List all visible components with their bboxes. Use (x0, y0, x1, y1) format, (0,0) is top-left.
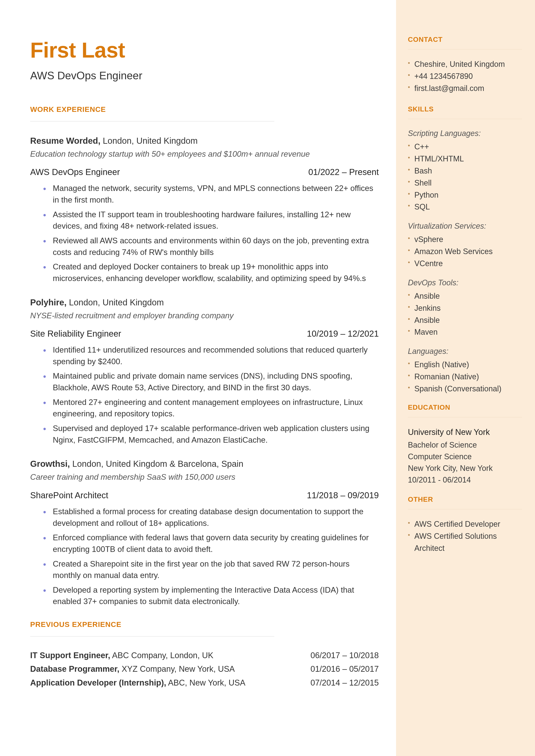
skill-item: Shell (408, 177, 522, 189)
divider (408, 49, 522, 49)
bullet-item: Mentored 27+ engineering and content man… (43, 397, 379, 420)
other-list: AWS Certified Developer AWS Certified So… (408, 518, 522, 554)
skill-group-label: DevOps Tools: (408, 277, 522, 288)
previous-line: IT Support Engineer, ABC Company, London… (30, 650, 379, 661)
previous-left: IT Support Engineer, ABC Company, London… (30, 650, 213, 661)
skill-group-label: Languages: (408, 346, 522, 357)
other-item: AWS Certified Developer (408, 518, 522, 530)
role-title: AWS DevOps Engineer (30, 166, 120, 178)
bullet-item: Maintained public and private domain nam… (43, 370, 379, 393)
company-location: London, United Kingdom (100, 136, 198, 146)
skill-item: Ansible (408, 314, 522, 326)
role-title: SharePoint Architect (30, 489, 108, 501)
other-heading: OTHER (408, 494, 522, 504)
resume-page: First Last AWS DevOps Engineer WORK EXPE… (0, 0, 535, 756)
previous-loc: XYZ Company, New York, USA (119, 664, 235, 673)
skill-item: VCentre (408, 258, 522, 269)
education-location: New York City, New York (408, 462, 522, 474)
bullet-item: Identified 11+ underutilized resources a… (43, 344, 379, 367)
skill-item: Jenkins (408, 302, 522, 314)
company-location: London, United Kingdom & Barcelona, Spai… (70, 459, 243, 468)
skill-item: Python (408, 189, 522, 201)
bullet-item: Created and deployed Docker containers t… (43, 261, 379, 284)
role-title: Site Reliability Engineer (30, 327, 121, 340)
company-location: London, United Kingdom (67, 297, 164, 307)
role-dates: 01/2022 – Present (308, 166, 379, 178)
contact-item: first.last@gmail.com (408, 82, 522, 95)
divider (408, 119, 522, 119)
skill-item: SQL (408, 201, 522, 213)
previous-loc: ABC, New York, USA (166, 678, 245, 687)
company-name: Polyhire, (30, 297, 67, 307)
education-degree: Bachelor of Science (408, 439, 522, 451)
divider (408, 417, 522, 417)
company-line: Polyhire, London, United Kingdom (30, 296, 379, 309)
previous-line: Application Developer (Internship), ABC,… (30, 677, 379, 689)
contact-list: Cheshire, United Kingdom +44 1234567890 … (408, 58, 522, 94)
bullet-list: Managed the network, security systems, V… (30, 182, 379, 284)
other-item: AWS Certified Solutions Architect (408, 530, 522, 554)
role-line: SharePoint Architect 11/2018 – 09/2019 (30, 489, 379, 501)
sidebar-column: CONTACT Cheshire, United Kingdom +44 123… (396, 0, 535, 756)
divider (408, 509, 522, 510)
bullet-item: Established a formal process for creatin… (43, 506, 379, 529)
skill-item: vSphere (408, 234, 522, 245)
skill-group-label: Scripting Languages: (408, 128, 522, 139)
role-line: Site Reliability Engineer 10/2019 – 12/2… (30, 327, 379, 340)
bullet-item: Created a Sharepoint site in the first y… (43, 558, 379, 581)
skill-list: Ansible Jenkins Ansible Maven (408, 290, 522, 338)
company-name: Resume Worded, (30, 136, 100, 146)
previous-left: Database Programmer, XYZ Company, New Yo… (30, 663, 235, 675)
role-dates: 10/2019 – 12/2021 (307, 327, 379, 340)
previous-dates: 06/2017 – 10/2018 (310, 650, 379, 661)
bullet-item: Supervised and deployed 17+ scalable per… (43, 423, 379, 446)
skill-item: Amazon Web Services (408, 245, 522, 258)
contact-item: Cheshire, United Kingdom (408, 58, 522, 70)
skills-heading: SKILLS (408, 104, 522, 114)
divider (30, 121, 274, 122)
main-column: First Last AWS DevOps Engineer WORK EXPE… (0, 0, 396, 756)
education-block: University of New York Bachelor of Scien… (408, 426, 522, 486)
previous-dates: 01/2016 – 05/2017 (310, 663, 379, 675)
bullet-list: Established a formal process for creatin… (30, 506, 379, 607)
skill-item: Ansible (408, 290, 522, 302)
education-heading: EDUCATION (408, 402, 522, 412)
skill-item: English (Native) (408, 359, 522, 371)
job-block: Polyhire, London, United Kingdom NYSE-li… (30, 296, 379, 446)
divider (30, 636, 274, 637)
education-school: University of New York (408, 426, 522, 438)
education-dates: 10/2011 - 06/2014 (408, 474, 522, 486)
bullet-list: Identified 11+ underutilized resources a… (30, 344, 379, 446)
bullet-item: Managed the network, security systems, V… (43, 182, 379, 206)
company-line: Growthsi, London, United Kingdom & Barce… (30, 458, 379, 470)
company-desc: Education technology startup with 50+ em… (30, 148, 379, 160)
contact-heading: CONTACT (408, 35, 522, 44)
previous-role: Application Developer (Internship), (30, 678, 166, 687)
company-name: Growthsi, (30, 459, 70, 468)
previous-heading: PREVIOUS EXPERIENCE (30, 619, 379, 630)
skill-item: HTML/XHTML (408, 153, 522, 165)
bullet-item: Enforced compliance with federal laws th… (43, 532, 379, 555)
candidate-name: First Last (30, 35, 379, 66)
skill-list: English (Native) Romanian (Native) Spani… (408, 359, 522, 395)
work-heading: WORK EXPERIENCE (30, 104, 379, 115)
bullet-item: Developed a reporting system by implemen… (43, 584, 379, 607)
education-major: Computer Science (408, 451, 522, 462)
previous-role: IT Support Engineer, (30, 651, 110, 660)
role-line: AWS DevOps Engineer 01/2022 – Present (30, 166, 379, 178)
previous-left: Application Developer (Internship), ABC,… (30, 677, 245, 689)
bullet-item: Reviewed all AWS accounts and environmen… (43, 235, 379, 258)
job-block: Resume Worded, London, United Kingdom Ed… (30, 134, 379, 284)
company-desc: NYSE-listed recruitment and employer bra… (30, 310, 379, 322)
previous-role: Database Programmer, (30, 664, 119, 673)
skill-item: Maven (408, 326, 522, 338)
skill-item: Spanish (Conversational) (408, 383, 522, 395)
previous-line: Database Programmer, XYZ Company, New Yo… (30, 663, 379, 675)
skill-item: Romanian (Native) (408, 371, 522, 383)
skill-list: vSphere Amazon Web Services VCentre (408, 234, 522, 269)
role-dates: 11/2018 – 09/2019 (307, 489, 379, 501)
skill-item: Bash (408, 165, 522, 177)
company-line: Resume Worded, London, United Kingdom (30, 134, 379, 147)
skill-list: C++ HTML/XHTML Bash Shell Python SQL (408, 141, 522, 213)
skill-group-label: Virtualization Services: (408, 220, 522, 232)
